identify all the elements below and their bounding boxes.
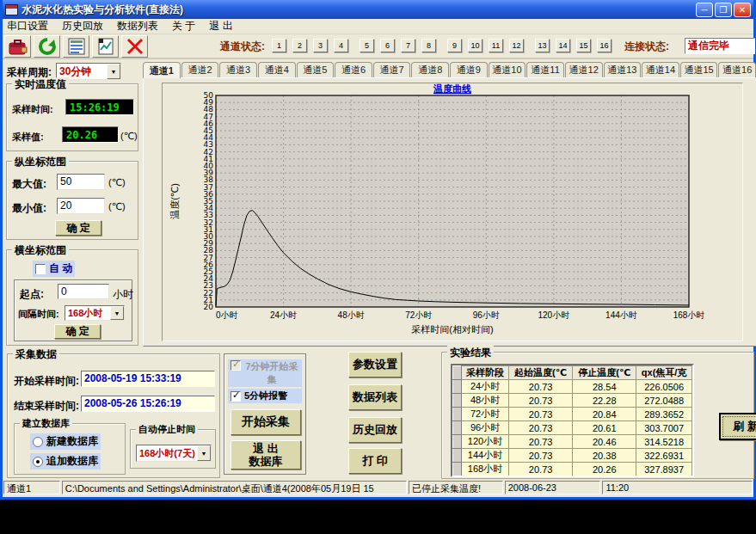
history-replay-button[interactable]: 历史回放 [348,417,402,443]
results-table[interactable]: 采样阶段起始温度(℃停止温度(℃qx(焦耳/克24小时20.7328.54226… [452,365,692,476]
channel-button-5[interactable]: 5 [360,39,374,52]
check-5min[interactable]: 5分钟报警 [228,389,302,403]
radio-icon[interactable] [33,437,43,447]
tab-通道4[interactable]: 通道4 [258,62,296,77]
channel-button-11[interactable]: 11 [489,39,503,52]
db-groupbox: 建立数据库 新建数据库 追加数据库 [14,423,126,475]
table-cell: 20.73 [509,421,573,435]
row-selector[interactable] [453,449,462,463]
tab-通道1[interactable]: 通道1 [143,62,181,78]
chevron-down-icon[interactable]: ▼ [107,64,120,79]
radio-new-db[interactable]: 新建数据库 [30,433,101,450]
table-row[interactable]: 48小时20.7322.28272.0488 [453,394,692,408]
row-selector[interactable] [453,435,462,449]
menu-item-1[interactable]: 历史回放 [62,19,103,34]
channel-button-14[interactable]: 14 [556,39,570,52]
autostop-select[interactable]: 168小时(7天) ▼ [136,445,212,462]
tab-通道6[interactable]: 通道6 [335,62,372,77]
tab-通道5[interactable]: 通道5 [297,62,335,77]
x-interval-value: 168小时 [65,307,110,320]
print-button[interactable]: 打 印 [348,448,402,474]
tab-通道2[interactable]: 通道2 [181,62,219,77]
channel-button-1[interactable]: 1 [272,39,286,52]
channel-button-4[interactable]: 4 [334,39,348,52]
table-row[interactable]: 120小时20.7320.46314.5218 [453,435,692,449]
checkbox-icon [230,360,241,371]
channel-button-16[interactable]: 16 [597,39,612,52]
channel-button-9[interactable]: 9 [447,39,462,52]
start-collect-button[interactable]: 开始采集 [230,409,301,435]
channel-button-12[interactable]: 12 [509,39,524,52]
end-time-field[interactable]: 2008-05-26 15:26:19 [81,396,215,412]
tab-通道14[interactable]: 通道14 [642,62,679,77]
radio-append-db[interactable]: 追加数据库 [30,453,101,470]
exit-db-button[interactable]: 退 出 数据库 [230,440,301,470]
menu-item-0[interactable]: 串口设置 [7,19,48,34]
tab-通道7[interactable]: 通道7 [373,62,411,77]
tab-通道8[interactable]: 通道8 [411,62,449,77]
x-range-groupbox: 横坐标范围 自 动 起点: 0 小时 间隔时间: 168小时 ▼ 确 定 [6,249,138,346]
tab-通道3[interactable]: 通道3 [219,62,257,77]
tab-通道15[interactable]: 通道15 [680,62,718,77]
menu-item-4[interactable]: 退 出 [209,19,232,34]
radio-icon[interactable] [33,457,43,467]
tab-通道9[interactable]: 通道9 [450,62,488,77]
chevron-down-icon[interactable]: ▼ [197,445,211,461]
data-list-button[interactable]: 数据列表 [348,384,402,410]
channel-button-8[interactable]: 8 [421,39,436,52]
table-row[interactable]: 168小时20.7320.26327.8937 [453,463,692,476]
y-max-unit: (℃) [108,177,126,188]
close-icon[interactable]: ✕ [734,3,751,17]
table-row[interactable]: 24小时20.7328.54226.0506 [453,380,692,394]
toolbox-icon[interactable] [4,35,31,58]
channel-button-2[interactable]: 2 [292,39,307,52]
table-row[interactable]: 96小时20.7320.61303.7007 [453,421,692,435]
collect-groupbox: 采集数据 开始采样时间: 2008-05-19 15:33:19 结束采样时间:… [7,353,220,478]
channel-button-3[interactable]: 3 [313,39,328,52]
row-selector[interactable] [453,408,462,421]
channel-button-6[interactable]: 6 [380,39,395,52]
channel-button-10[interactable]: 10 [468,39,482,52]
tab-通道13[interactable]: 通道13 [604,62,642,77]
replay-icon[interactable] [34,35,60,58]
row-selector[interactable] [453,463,462,476]
channel-tabs: 通道1通道2通道3通道4通道5通道6通道7通道8通道9通道10通道11通道12通… [143,62,756,77]
check-7min[interactable]: 7分钟开始采集 [228,359,302,387]
row-selector[interactable] [453,421,462,435]
db-group-title: 建立数据库 [20,417,72,430]
x-interval-select[interactable]: 168小时 ▼ [65,305,125,321]
start-time-field[interactable]: 2008-05-19 15:33:19 [81,371,215,387]
menu-item-3[interactable]: 关 于 [172,19,195,34]
channel-button-13[interactable]: 13 [535,39,550,52]
exit-icon[interactable] [121,35,148,58]
y-min-input[interactable]: 20 [57,198,105,214]
table-row[interactable]: 144小时20.7320.38322.6931 [453,449,692,463]
datalist-icon[interactable] [63,35,89,58]
minimize-icon[interactable]: ─ [696,3,713,17]
restore-icon[interactable]: ❐ [715,3,732,17]
row-selector[interactable] [453,394,462,408]
table-cell: 226.0506 [636,380,692,394]
table-row[interactable]: 72小时20.7320.84289.3652 [453,408,692,421]
checkbox-icon[interactable] [230,391,241,402]
y-max-input[interactable]: 50 [57,174,105,190]
menu-item-2[interactable]: 数据列表 [117,19,158,34]
channel-button-7[interactable]: 7 [401,39,415,52]
refresh-button[interactable]: 刷 新 [719,413,756,440]
report-icon[interactable] [92,35,119,58]
x-start-input[interactable]: 0 [58,284,109,299]
param-settings-button[interactable]: 参数设置 [348,352,402,377]
tab-通道16[interactable]: 通道16 [718,62,756,77]
x-auto-checkbox[interactable]: 自 动 [33,261,75,277]
tab-通道12[interactable]: 通道12 [565,62,603,77]
tab-通道10[interactable]: 通道10 [489,62,526,77]
channel-button-15[interactable]: 15 [576,39,591,52]
checkbox-icon[interactable] [35,264,46,274]
x-start-unit: 小时 [113,287,133,302]
table-cell: 144小时 [462,449,509,463]
tab-通道11[interactable]: 通道11 [526,62,564,77]
y-range-ok-button[interactable]: 确 定 [55,220,101,236]
x-range-ok-button[interactable]: 确 定 [54,324,101,339]
row-selector[interactable] [453,380,462,394]
chevron-down-icon[interactable]: ▼ [110,306,124,320]
